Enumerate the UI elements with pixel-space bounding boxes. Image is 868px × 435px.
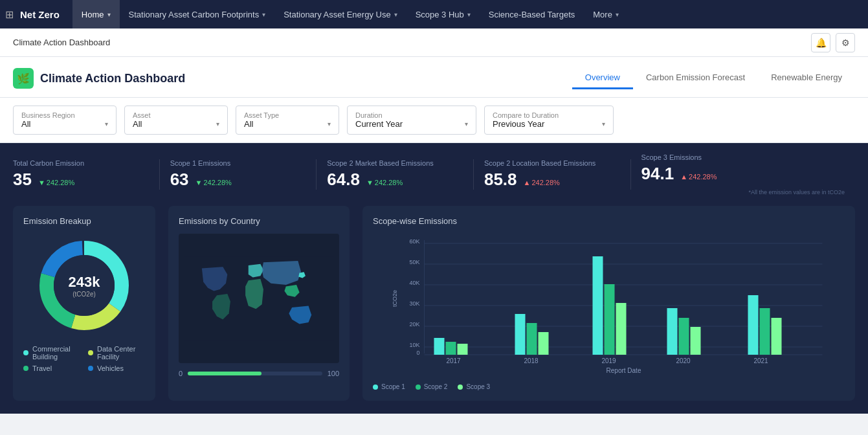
nav-item-stationary-energy[interactable]: Stationary Asset Energy Use ▾ (274, 0, 406, 28)
metric-scope1: Scope 1 Emissions 63 ▼ 242.28% (160, 159, 317, 190)
svg-rect-32 (616, 303, 627, 355)
legend-scope2: Scope 2 (416, 383, 448, 390)
svg-rect-35 (679, 318, 689, 355)
app-name: Net Zero (20, 9, 60, 20)
svg-rect-30 (593, 256, 603, 355)
breadcrumb-bar: Climate Action Dashboard 🔔 ⚙ (0, 28, 868, 57)
emission-breakup-card: Emission Breakup 243k (tCO2e) (13, 206, 155, 401)
svg-text:tCO2e: tCO2e (392, 290, 398, 307)
arrow-up-icon: ▲ (524, 179, 531, 186)
svg-text:60K: 60K (409, 238, 419, 245)
donut-center: 243k (tCO2e) (69, 274, 100, 298)
arrow-up-icon: ▲ (680, 173, 687, 181)
nav-item-stationary-carbon[interactable]: Stationary Asset Carbon Footprints ▾ (120, 0, 275, 28)
bar-chart-area: 60K 50K 40K 30K 20K 10K 0 tCO2e (373, 234, 845, 378)
svg-rect-40 (772, 318, 782, 355)
progress-bar-fill (188, 372, 262, 375)
map-progress: 0 100 (179, 370, 339, 377)
svg-rect-34 (667, 308, 678, 355)
filter-asset-type[interactable]: Asset Type All ▾ (236, 106, 339, 135)
metric-scope3: Scope 3 Emissions 94.1 ▲ 242.28% *All th… (631, 153, 855, 195)
dashboard-header: 🌿 Climate Action Dashboard Overview Carb… (0, 57, 868, 98)
filter-compare-duration[interactable]: Compare to Duration Previous Year ▾ (484, 106, 614, 135)
dashboard-title-left: 🌿 Climate Action Dashboard (13, 68, 185, 89)
legend-dot-scope3 (458, 385, 463, 390)
bell-button[interactable]: 🔔 (811, 33, 830, 52)
arrow-down-icon: ▼ (366, 179, 373, 186)
svg-text:10K: 10K (409, 342, 419, 348)
legend-scope3: Scope 3 (458, 383, 490, 390)
tab-overview[interactable]: Overview (572, 67, 633, 89)
svg-rect-31 (605, 284, 615, 355)
svg-text:2017: 2017 (446, 357, 461, 364)
svg-text:0: 0 (416, 350, 419, 356)
world-map-svg (184, 239, 334, 358)
emissions-country-title: Emissions by Country (179, 216, 339, 226)
metric-total-carbon: Total Carbon Emission 35 ▼ 242.28% (13, 159, 160, 190)
metric-scope2-location: Scope 2 Location Based Emissions 85.8 ▲ … (474, 159, 631, 190)
chevron-icon: ▾ (262, 11, 265, 18)
svg-text:40K: 40K (409, 280, 419, 286)
metrics-note: *All the emission values are in tCO2e (641, 186, 845, 195)
svg-text:30K: 30K (409, 300, 419, 307)
nav-item-home[interactable]: Home ▾ (72, 0, 120, 28)
metrics-bar: Total Carbon Emission 35 ▼ 242.28% Scope… (0, 143, 868, 206)
world-map (179, 234, 339, 363)
metric-change-up: ▲ 242.28% (680, 173, 717, 181)
svg-rect-22 (434, 338, 445, 355)
tab-renewable[interactable]: Renewable Energy (758, 67, 855, 89)
donut-chart: 243k (tCO2e) (32, 234, 136, 337)
chevron-down-icon: ▾ (328, 120, 331, 128)
chevron-down-icon: ▾ (216, 120, 219, 128)
breadcrumb: Climate Action Dashboard (13, 38, 110, 47)
bell-icon: 🔔 (816, 38, 827, 48)
donut-legend: Commercial Building Data Center Facility… (23, 345, 145, 372)
dashboard-title: Climate Action Dashboard (40, 72, 185, 85)
emissions-country-card: Emissions by Country (168, 206, 350, 401)
svg-text:20K: 20K (409, 321, 419, 328)
svg-rect-36 (691, 327, 701, 355)
metric-change-up: ▲ 242.28% (524, 179, 560, 186)
scope-bar-chart: 60K 50K 40K 30K 20K 10K 0 tCO2e (373, 234, 845, 376)
metric-change-down: ▼ 242.28% (195, 179, 232, 186)
svg-rect-28 (539, 332, 549, 355)
settings-icon: ⚙ (841, 38, 850, 48)
legend-dot-scope2 (416, 385, 421, 390)
chevron-down-icon: ▾ (465, 120, 468, 128)
metric-change-down: ▼ 242.28% (366, 179, 403, 186)
top-navigation: ⊞ Net Zero Home ▾ Stationary Asset Carbo… (0, 0, 868, 28)
tab-carbon-forecast[interactable]: Carbon Emission Forecast (633, 67, 758, 89)
filter-business-region[interactable]: Business Region All ▾ (13, 106, 117, 135)
nav-item-science[interactable]: Science-Based Targets (480, 0, 584, 28)
svg-text:2019: 2019 (601, 357, 616, 364)
chevron-icon: ▾ (467, 11, 471, 18)
legend-item: Commercial Building (23, 345, 80, 361)
legend-scope1: Scope 1 (373, 383, 405, 390)
grid-icon[interactable]: ⊞ (5, 8, 14, 21)
filter-asset[interactable]: Asset All ▾ (124, 106, 228, 135)
charts-area: Emission Breakup 243k (tCO2e) (0, 206, 868, 414)
chevron-icon: ▾ (107, 11, 111, 18)
scope-chart-title: Scope-wise Emissions (373, 216, 845, 226)
nav-item-scope3[interactable]: Scope 3 Hub ▾ (406, 0, 480, 28)
svg-text:2020: 2020 (676, 357, 691, 364)
chevron-down-icon: ▾ (105, 120, 108, 128)
chevron-down-icon: ▾ (602, 120, 605, 128)
metric-scope2-market: Scope 2 Market Based Emissions 64.8 ▼ 24… (317, 159, 474, 190)
breadcrumb-actions: 🔔 ⚙ (811, 33, 855, 52)
settings-button[interactable]: ⚙ (836, 33, 855, 52)
svg-text:Report Date: Report Date (606, 367, 641, 374)
legend-dot-scope1 (373, 385, 378, 390)
filters-row: Business Region All ▾ Asset All ▾ Asset … (0, 98, 868, 143)
svg-rect-23 (446, 342, 456, 355)
dashboard-logo: 🌿 (13, 68, 34, 89)
arrow-down-icon: ▼ (195, 179, 203, 186)
progress-bar (188, 372, 322, 375)
chevron-icon: ▾ (616, 11, 619, 18)
nav-item-more[interactable]: More ▾ (584, 0, 628, 28)
svg-rect-27 (527, 323, 537, 355)
metric-change-down: ▼ 242.28% (38, 179, 74, 186)
dashboard-title-row: 🌿 Climate Action Dashboard Overview Carb… (13, 67, 855, 97)
filter-duration[interactable]: Duration Current Year ▾ (347, 106, 476, 135)
svg-rect-38 (748, 295, 759, 355)
